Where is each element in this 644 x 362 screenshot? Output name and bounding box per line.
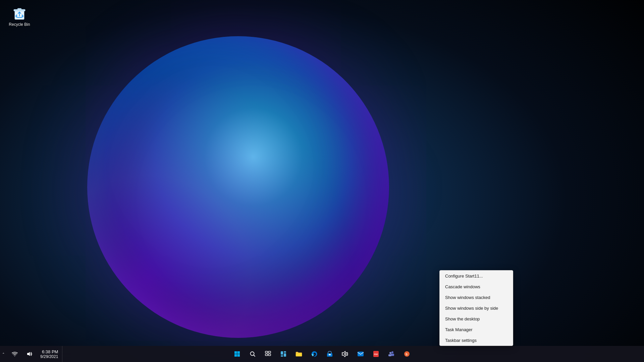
ms-store-button[interactable] [323,347,336,361]
recycle-bin-icon[interactable]: Recycle Bin [6,3,33,29]
clock-widget[interactable]: 6:38 PM 9/29/2021 [38,349,61,360]
svg-rect-17 [284,353,286,357]
svg-rect-15 [284,351,286,353]
teams-button[interactable] [385,347,398,361]
svg-point-27 [389,352,391,354]
svg-rect-28 [388,354,391,356]
svg-rect-10 [265,351,268,353]
desktop: Recycle Bin Configure Start11... Cascade… [0,0,644,362]
svg-point-21 [344,353,346,355]
svg-rect-14 [281,351,283,355]
svg-rect-4 [234,351,237,354]
svg-rect-11 [268,351,271,353]
tray-expand-button[interactable]: ⌃ [0,347,7,361]
svg-rect-6 [234,354,237,357]
svg-marker-31 [27,352,30,356]
edge-button[interactable] [308,347,321,361]
svg-rect-7 [237,354,240,357]
taskbar-context-menu: Configure Start11... Cascade windows Sho… [439,270,513,346]
svg-point-25 [391,351,393,353]
widgets-button[interactable] [277,347,290,361]
menu-item-show-the-desktop[interactable]: Show the desktop [440,313,513,324]
show-desktop-button[interactable] [62,346,65,362]
svg-text:PDF: PDF [374,353,378,355]
taskbar: PDF S [0,346,644,362]
wallpaper-orb [87,36,389,338]
svg-line-9 [254,355,255,356]
clock-time: 6:38 PM [42,349,58,354]
menu-item-task-manager[interactable]: Task Manager [440,324,513,335]
app-button[interactable]: S [400,347,414,361]
svg-rect-12 [265,354,268,356]
svg-text:S: S [406,353,408,356]
file-explorer-button[interactable] [292,347,306,361]
settings-button[interactable] [338,347,352,361]
start-button[interactable] [230,347,244,361]
taskbar-right: ⌃ 6:38 PM [0,346,65,362]
svg-rect-20 [329,354,331,355]
menu-item-taskbar-settings[interactable]: Taskbar settings [440,335,513,346]
svg-rect-18 [296,353,302,356]
taskbar-center-icons: PDF S [230,347,414,361]
task-view-button[interactable] [261,347,275,361]
search-button[interactable] [246,347,259,361]
pdf-tool-button[interactable]: PDF [369,347,383,361]
network-icon[interactable] [8,347,21,361]
clock-date: 9/29/2021 [40,354,58,359]
recycle-bin-image [11,5,28,21]
menu-item-configure-start11[interactable]: Configure Start11... [440,270,513,281]
menu-item-show-windows-side-by-side[interactable]: Show windows side by side [440,303,513,313]
svg-rect-13 [268,354,271,356]
svg-rect-5 [237,351,240,354]
menu-item-cascade-windows[interactable]: Cascade windows [440,281,513,292]
svg-rect-2 [17,8,21,10]
volume-icon[interactable] [23,347,36,361]
tray-expand-icon: ⌃ [2,352,5,356]
recycle-bin-label: Recycle Bin [9,22,30,27]
svg-rect-22 [358,352,364,356]
mail-button[interactable] [354,347,367,361]
menu-item-show-windows-stacked[interactable]: Show windows stacked [440,292,513,303]
svg-rect-16 [281,355,283,357]
